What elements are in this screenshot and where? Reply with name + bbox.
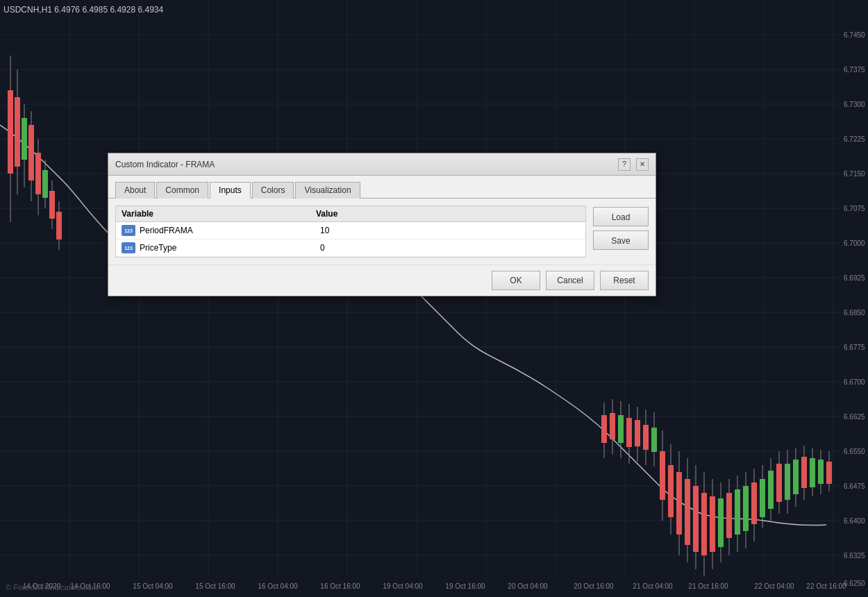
row-name: PriceType	[140, 243, 320, 253]
dialog-footer: OK Cancel Reset	[108, 264, 656, 296]
dialog-body: Variable Value 123 PeriodFRAMA 10 123 Pr…	[108, 199, 656, 264]
cancel-button[interactable]: Cancel	[546, 271, 594, 290]
load-button[interactable]: Load	[593, 207, 649, 226]
row-name: PeriodFRAMA	[140, 226, 320, 235]
tab-about[interactable]: About	[115, 182, 155, 199]
tab-colors[interactable]: Colors	[252, 182, 294, 199]
tabs-bar: About Common Inputs Colors Visualization	[108, 176, 656, 199]
table-row[interactable]: 123 PriceType 0	[116, 239, 585, 257]
save-button[interactable]: Save	[593, 230, 649, 250]
help-button[interactable]: ?	[618, 158, 631, 171]
col-variable-header: Variable	[122, 209, 316, 219]
row-type-icon: 123	[122, 242, 135, 253]
row-value: 10	[320, 226, 329, 235]
inputs-table: Variable Value 123 PeriodFRAMA 10 123 Pr…	[115, 205, 586, 258]
col-value-header: Value	[316, 209, 337, 219]
ok-button[interactable]: OK	[492, 271, 540, 290]
tab-inputs[interactable]: Inputs	[210, 182, 251, 199]
indicator-dialog: Custom Indicator - FRAMA ? ✕ About Commo…	[108, 153, 656, 296]
close-button[interactable]: ✕	[636, 158, 649, 171]
row-type-icon: 123	[122, 225, 135, 236]
table-row[interactable]: 123 PeriodFRAMA 10	[116, 222, 585, 239]
row-value: 0	[320, 243, 325, 253]
tab-visualization[interactable]: Visualization	[295, 182, 360, 199]
dialog-title: Custom Indicator - FRAMA	[115, 160, 215, 169]
reset-button[interactable]: Reset	[600, 271, 649, 290]
table-header: Variable Value	[116, 206, 585, 222]
dialog-titlebar: Custom Indicator - FRAMA ? ✕	[108, 153, 656, 176]
dialog-overlay: Custom Indicator - FRAMA ? ✕ About Commo…	[0, 0, 868, 597]
right-buttons: Load Save	[593, 205, 649, 258]
tab-common[interactable]: Common	[156, 182, 208, 199]
titlebar-buttons: ? ✕	[618, 158, 649, 171]
